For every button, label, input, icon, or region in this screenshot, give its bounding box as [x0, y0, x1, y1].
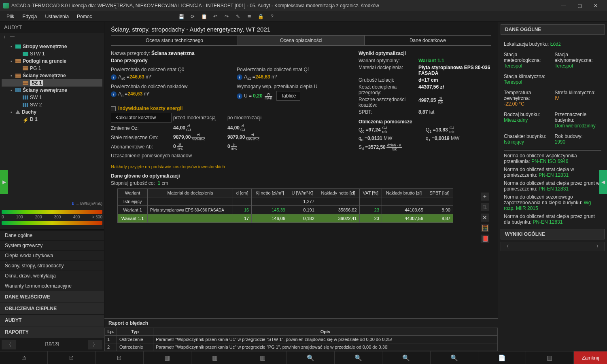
right-panel: DANE OGÓLNE Lokalizacja budynku: Łódź St… — [498, 22, 607, 351]
error-row[interactable]: 1OstrzeżenieParametr "Współczynnik przen… — [105, 336, 498, 343]
tree-add-button[interactable]: ＋ — [2, 34, 7, 40]
optimization-table: WariantMateriał do dociepleniad [cm] Kj … — [117, 188, 453, 223]
footer-table3-icon[interactable]: ▦ — [239, 351, 287, 364]
tree-sz1[interactable]: SZ 1 — [2, 79, 102, 87]
tree-remove-button[interactable]: — — [10, 34, 15, 40]
menu-settings[interactable]: Ustawienia — [42, 13, 72, 21]
tree-sw1[interactable]: SW 1 — [2, 94, 102, 101]
tab-ocena-stanu[interactable]: Ocena stanu technicznego — [111, 36, 238, 45]
info-icon[interactable]: i — [111, 74, 117, 80]
justification-text[interactable]: Nakłady przyjęte na podstawie kosztorysó… — [104, 163, 498, 170]
minimize-button[interactable]: — — [555, 0, 571, 11]
page-next-button[interactable]: 〉 — [88, 340, 102, 349]
footer-toolbar: 🗎 🗎 🗎 ▦ ▦ ▦ 🔍 🔍 🔍 🔍 📄 ▤ Zamknij — [0, 351, 607, 364]
delete-row-button[interactable]: ✕ — [481, 214, 489, 222]
table-row[interactable]: Istniejący 1,277 — [118, 197, 453, 206]
area-nakl: 246,63 — [127, 91, 142, 97]
redo-icon[interactable]: ↷ — [223, 13, 230, 20]
table-row-selected[interactable]: Wariant 1.1 17146,06 0,18236022,41 23443… — [118, 214, 453, 223]
footer-chart-icon[interactable]: ▤ — [526, 351, 574, 364]
side-audyt[interactable]: AUDYT — [0, 315, 104, 326]
cost-calculator-button[interactable]: Kalkulator kosztów — [111, 113, 172, 123]
side-obliczenia[interactable]: OBLICZENIA CIEPLNE — [0, 303, 104, 315]
tablice-button[interactable]: Tablice — [276, 91, 300, 101]
save-icon[interactable]: 💾 — [178, 13, 185, 20]
side-cwu[interactable]: Ciepła woda użytkowa — [0, 251, 104, 261]
tree-sciany-zew[interactable]: ▪Ściany zewnętrzne — [2, 72, 102, 79]
menu-bar: Plik Edycja Ustawienia Pomoc 💾 ⟳ 📋 ↶ ↷ ✎… — [0, 11, 607, 22]
right-header-results[interactable]: WYNIKI OGÓLNE — [501, 229, 605, 239]
energy-scale: 0100200 300400> 500 — [2, 210, 102, 225]
right-scroll-hint[interactable]: 〈〉 — [501, 242, 605, 251]
side-okna[interactable]: Okna, drzwi, wentylacja — [0, 271, 104, 281]
footer-report1-icon[interactable]: 🗎 — [0, 351, 48, 364]
window-title: ArCADia-TERMOCAD 8.0 Licencja dla: WEWNĘ… — [11, 3, 379, 8]
tree-stw1[interactable]: STW 1 — [2, 50, 102, 57]
page-prev-button[interactable]: 〈 — [2, 340, 16, 349]
right-header-general[interactable]: DANE OGÓLNE — [501, 24, 605, 35]
tab-dane-dodatkowe[interactable]: Dane dodatkowe — [365, 36, 491, 45]
side-dane-wejsciowe[interactable]: DANE WEJŚCIOWE — [0, 291, 104, 303]
info-icon[interactable]: i — [111, 91, 117, 97]
undo-icon[interactable]: ↶ — [212, 13, 219, 20]
tree-sw2[interactable]: SW 2 — [2, 101, 102, 108]
tree-d1[interactable]: ⚡D 1 — [2, 116, 102, 123]
thickness-step[interactable]: 1 — [157, 180, 160, 186]
tree-stropy-wewnetrzne[interactable]: ▪Stropy wewnętrzne — [2, 43, 102, 50]
left-drawer-tab[interactable]: ▶ — [0, 170, 8, 194]
table-row[interactable]: Wariant 1Płyta styropianowa EPS 80-036 F… — [118, 206, 453, 214]
menu-edit[interactable]: Edycja — [19, 13, 40, 21]
error-row[interactable]: 2OstrzeżenieParametr "Współczynnik przen… — [105, 343, 498, 351]
reorder-button[interactable]: ⇅ — [481, 203, 489, 211]
maximize-button[interactable]: ▢ — [571, 0, 588, 11]
app-logo-icon — [3, 3, 9, 8]
footer-report3-icon[interactable]: 🗎 — [96, 351, 143, 364]
footer-search2-icon[interactable]: 🔍 — [335, 351, 382, 364]
info-icon[interactable]: i — [237, 74, 242, 80]
left-panel: AUDYT ＋ — ▪Stropy wewnętrzne STW 1 ▪Podł… — [0, 22, 104, 351]
insulation-thickness: d=17 cm — [418, 77, 491, 83]
window-close-button[interactable]: ✕ — [588, 0, 604, 11]
footer-report2-icon[interactable]: 🗎 — [48, 351, 96, 364]
insulation-material: Płyta styropianowa EPS 80-036 FASADA — [418, 65, 491, 76]
building-location: Łódź — [550, 41, 561, 47]
optimal-variant: Wariant 1.1 — [418, 58, 491, 63]
menu-file[interactable]: Plik — [3, 13, 17, 21]
page-title: Ściany, stropy, stropodachy - Audyt ener… — [104, 22, 498, 35]
tree-podlogi[interactable]: ▪Podłogi na gruncie — [2, 57, 102, 65]
layers-icon[interactable]: ≣ — [246, 13, 253, 20]
footer-doc-icon[interactable]: 📄 — [478, 351, 526, 364]
info-icon[interactable]: i — [237, 93, 242, 99]
error-report: Raport o błędach Lp.TypOpis 1Ostrzeżenie… — [104, 318, 498, 351]
tree-sciany-wew[interactable]: ▪Ściany wewnętrzne — [2, 87, 102, 94]
energy-scale-unit: ⬇ ... kWh/(m²rok) — [0, 201, 104, 206]
side-sciany[interactable]: Ściany, stropy, stropodachy — [0, 261, 104, 271]
footer-table-icon[interactable]: ▦ — [144, 351, 191, 364]
clipboard-icon[interactable]: 📋 — [200, 13, 208, 20]
edit-icon[interactable]: ✎ — [234, 13, 242, 20]
partition-name: Ściana zewnętrzna — [151, 51, 195, 56]
right-drawer-tab[interactable]: ◀ — [599, 170, 607, 194]
outside-temp: -22,00 °C — [504, 101, 551, 107]
tree-pg1[interactable]: PG 1 — [2, 65, 102, 72]
footer-search4-icon[interactable]: 🔍 — [431, 351, 478, 364]
tab-ocena-oplac[interactable]: Ocena opłacalności — [238, 36, 365, 45]
side-raporty[interactable]: RAPORTY — [0, 326, 104, 338]
footer-search1-icon[interactable]: 🔍 — [287, 351, 335, 364]
footer-table2-icon[interactable]: ▦ — [191, 351, 239, 364]
lock-icon[interactable]: 🔒 — [257, 13, 264, 20]
calculator-icon[interactable]: 🧮 — [481, 224, 489, 232]
indiv-costs-checkbox[interactable] — [111, 106, 116, 111]
refresh-icon[interactable]: ⟳ — [189, 13, 196, 20]
side-system-grzewczy[interactable]: System grzewczy — [0, 241, 104, 251]
help-icon[interactable]: ? — [268, 13, 276, 20]
side-dane-ogolne[interactable]: Dane ogólne — [0, 231, 104, 241]
audit-panel-title: AUDYT — [0, 22, 104, 33]
help-book-icon[interactable]: 📕 — [481, 235, 489, 243]
add-row-button[interactable]: ＋ — [481, 193, 489, 201]
close-button[interactable]: Zamknij — [574, 351, 607, 364]
tree-dachy[interactable]: ▪Dachy — [2, 108, 102, 116]
menu-help[interactable]: Pomoc — [74, 13, 95, 21]
side-warianty[interactable]: Warianty termomodernizacyjne — [0, 281, 104, 291]
footer-search3-icon[interactable]: 🔍 — [382, 351, 430, 364]
